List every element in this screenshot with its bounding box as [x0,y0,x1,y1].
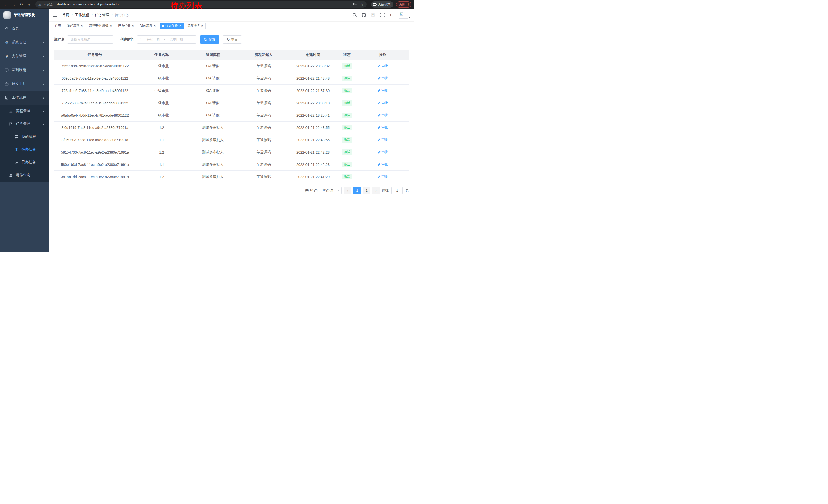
reset-button[interactable]: ↻ 重置 [223,35,242,44]
cell-task-id: 8f0d1619-7ac8-11ec-a9e2-a2380e71991a [54,126,136,130]
search-button[interactable]: 搜索 [200,35,219,44]
approve-link[interactable]: 审批 [377,88,388,93]
page-size-select[interactable]: 10条/页 ▾ [320,187,342,194]
edit-icon [377,138,381,141]
cell-process: 测试多审批人 [187,150,239,154]
breadcrumb-current: 待办任务 [115,13,129,17]
approve-link[interactable]: 审批 [377,162,388,167]
cell-process: OA 请假 [187,88,239,93]
tab[interactable]: 首页 × [52,22,64,29]
approve-link[interactable]: 审批 [377,100,388,105]
cell-create-time: 2022-01-21 22:41:29 [289,175,337,179]
sidebar-item-home[interactable]: 首页 [0,21,49,35]
breadcrumb-home[interactable]: 首页 [62,13,69,17]
start-date-input[interactable] [143,38,163,42]
edit-icon [377,163,381,166]
tab[interactable]: 已办任务 × [116,22,136,29]
sidebar-item-devtools[interactable]: 研发工具 ▾ [0,77,49,91]
close-icon[interactable]: × [110,24,112,28]
sidebar-item-todo-tasks[interactable]: 待办任务 [0,143,49,156]
url-text[interactable]: dashboard.yudao.iocoder.cn/bpm/task/todo [57,3,351,6]
breadcrumb-workflow[interactable]: 工作流程 [75,13,89,17]
cell-starter: 芋道源码 [239,150,289,154]
close-icon[interactable]: × [201,24,203,28]
next-page-button[interactable]: › [372,187,380,194]
forward-icon[interactable]: → [10,1,17,8]
process-name-input[interactable] [67,35,113,44]
update-button[interactable]: 更新 ⋮ [396,1,411,8]
reload-icon[interactable]: ↻ [18,1,25,8]
close-icon[interactable]: × [132,24,134,28]
sidebar-item-payment[interactable]: ¥ 支付管理 ▾ [0,49,49,63]
security-label[interactable]: 不安全 [44,2,53,7]
bookmark-star-icon[interactable]: ☆ [360,2,364,6]
collapse-sidebar-button[interactable] [52,12,58,18]
breadcrumb-task-management[interactable]: 任务管理 [95,13,109,17]
sidebar-item-infrastructure[interactable]: 基础设施 ▾ [0,63,49,77]
approve-link[interactable]: 审批 [377,113,388,118]
goto-page-input[interactable] [391,187,403,194]
app-title: 芋道管理系统 [13,13,35,17]
sidebar-item-my-process[interactable]: 我的流程 [0,130,49,143]
status-badge: 激活 [342,88,352,93]
payment-icon: ¥ [5,54,9,58]
approve-link[interactable]: 审批 [377,174,388,179]
approve-link[interactable]: 审批 [377,63,388,68]
page-number-button[interactable]: 1 [354,187,361,194]
edit-icon [377,113,381,117]
chat-icon [14,135,19,139]
browser-menu-icon[interactable]: ⋮ [407,3,410,6]
close-icon[interactable]: × [179,24,181,28]
approve-link[interactable]: 审批 [377,150,388,154]
home-icon[interactable]: ⌂ [26,1,32,8]
back-icon[interactable]: ← [3,1,9,8]
table-row: 73211d9d-7b9b-11ec-b5b7-acde48001122 一级审… [54,60,409,72]
end-date-input[interactable] [166,38,186,42]
cell-process: 测试多审批人 [187,125,239,130]
sidebar-item-process-management[interactable]: 流程管理 ▾ [0,104,49,118]
breadcrumb: 首页 / 工作流程 / 任务管理 / 待办任务 [62,13,129,17]
monitor-icon [5,68,9,72]
sidebar-item-task-management[interactable]: 任务管理 ▴ [0,118,49,130]
tab[interactable]: 流程表单-编辑 × [87,22,115,29]
status-badge: 激活 [342,137,352,142]
process-name-label: 流程名 [54,37,65,42]
pagination: 共 16 条 10条/页 ▾ ‹ 12 › 前往 页 [54,187,409,194]
sidebar-item-system[interactable]: ⚙ 系统管理 ▾ [0,35,49,49]
sidebar-item-leave-query[interactable]: 请假查询 [0,169,49,182]
table-row: a6aba0a4-7b6d-11ec-b781-acde48001122 一级审… [54,109,409,122]
approve-link[interactable]: 审批 [377,137,388,142]
cell-create-time: 2022-01-22 23:53:32 [289,64,337,68]
cell-starter: 芋道源码 [239,113,289,118]
cell-create-time: 2022-01-22 21:37:30 [289,89,337,93]
date-range-picker[interactable]: - [137,35,197,44]
tab[interactable]: 流程详情 × [185,22,206,29]
help-icon[interactable]: ? [371,13,375,17]
prev-page-button[interactable]: ‹ [344,187,351,194]
table-header: 任务编号任务名称所属流程流程发起人创建时间状态操作 [54,50,409,60]
page-number-button[interactable]: 2 [363,187,370,194]
cell-task-id: 725a1eb6-7b88-11ec-8ef0-acde48001122 [54,89,136,93]
font-size-icon[interactable]: TT [389,13,394,17]
cell-starter: 芋道源码 [239,88,289,93]
search-icon[interactable] [353,13,357,17]
cell-task-id: 069c6a63-7b8a-11ec-8ef0-acde48001122 [54,77,136,81]
close-icon[interactable]: × [154,24,156,28]
app-logo[interactable]: 芋道管理系统 [0,9,49,21]
cell-starter: 芋道源码 [239,64,289,68]
tab[interactable]: 我的流程 × [138,22,159,29]
tab[interactable]: 待办任务 × [160,22,184,29]
sidebar-item-workflow[interactable]: 工作流程 ▴ [0,91,49,104]
user-avatar[interactable]: ▾ [399,11,410,19]
tab[interactable]: 发起流程 × [65,22,85,29]
status-badge: 激活 [342,125,352,130]
sidebar-item-done-tasks[interactable]: 已办任务 [0,156,49,169]
status-badge: 激活 [342,174,352,179]
cell-task-id: a6aba0a4-7b6d-11ec-b781-acde48001122 [54,113,136,118]
fullscreen-icon[interactable] [380,13,384,17]
approve-link[interactable]: 审批 [377,125,388,130]
password-key-icon[interactable] [353,2,357,7]
github-icon[interactable] [362,13,366,17]
close-icon[interactable]: × [81,24,83,28]
approve-link[interactable]: 审批 [377,76,388,81]
